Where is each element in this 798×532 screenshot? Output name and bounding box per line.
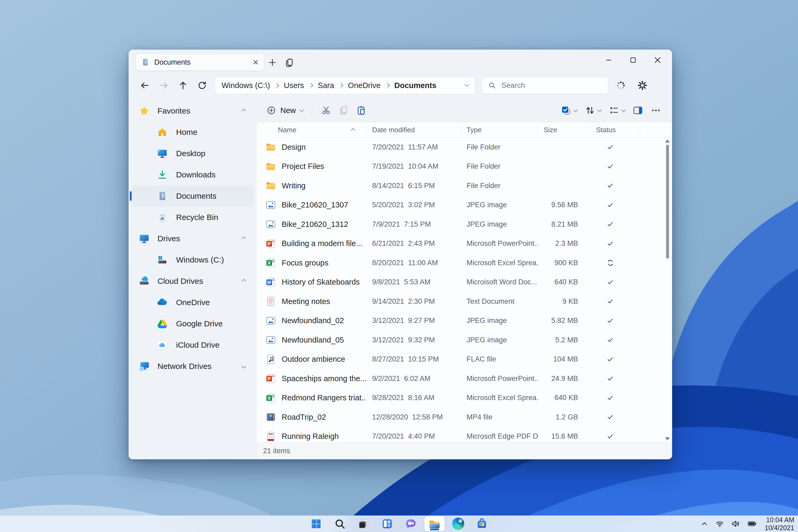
column-header-status[interactable]: Status [590,122,640,137]
scrollbar-down-arrow[interactable] [665,437,670,440]
forward-button[interactable] [154,77,173,94]
details-pane-button[interactable] [629,105,647,116]
up-button[interactable] [173,77,193,94]
file-row[interactable]: Outdoor ambience8/27/2021 10:15 PMFLAC f… [257,350,672,369]
minimize-button[interactable] [596,51,621,69]
chevron-down-icon[interactable] [242,364,246,369]
battery-icon[interactable] [747,519,757,529]
more-options-button[interactable] [647,105,665,116]
refresh-button[interactable] [193,77,212,94]
column-header-type[interactable]: Type [461,122,538,137]
breadcrumb-segment[interactable]: Windows (C:\) [222,81,270,90]
column-header-date-modified[interactable]: Date modified [366,122,461,137]
file-row[interactable]: Project Files7/19/2021 10:04 AMFile Fold… [257,157,672,176]
search-input[interactable] [501,81,602,90]
file-row[interactable]: Design7/20/2021 11:57 AMFile Folder [257,137,672,157]
sidebar-item-documents[interactable]: Documents [132,185,253,207]
file-row[interactable]: PSpaceships among the...9/2/2021 6:02 AM… [257,369,672,388]
sort-button[interactable] [581,105,605,116]
breadcrumb-segment[interactable]: Sara [318,81,334,90]
sidebar-item-label: Desktop [176,149,205,158]
column-header-size[interactable]: Size [538,122,590,137]
file-size: 900 KB [538,259,590,267]
select-all-button[interactable] [557,105,581,116]
chevron-up-icon[interactable] [242,236,246,241]
file-row[interactable]: Meeting notes9/14/2021 2:30 PMText Docum… [257,292,672,311]
chevron-up-icon[interactable] [242,279,246,284]
sidebar-item-icloud-drive[interactable]: iCloud Drive [132,334,253,356]
breadcrumb-segment[interactable]: OneDrive [348,81,381,90]
tab-list-icon[interactable] [281,55,298,71]
tab-close-icon[interactable] [252,58,260,66]
explorer-tab[interactable]: Documents [136,54,264,71]
view-button[interactable] [605,105,629,116]
sidebar-section-favorites[interactable]: Favorites [132,100,253,121]
sidebar-item-home[interactable]: Home [132,121,253,143]
column-header-name[interactable]: Name [257,122,366,137]
sidebar-item-label: Documents [176,191,216,201]
file-type: JPEG image [461,201,538,209]
taskbar-file-explorer-button[interactable] [424,516,445,531]
scrollbar-thumb[interactable] [666,145,669,259]
sidebar-item-onedrive[interactable]: OneDrive [132,292,253,313]
navigation-sidebar: FavoritesHomeDesktopDownloadsDocumentsRe… [129,99,256,459]
taskbar-chat-button[interactable] [401,516,421,531]
sidebar-section-drives[interactable]: Drives [132,228,253,249]
file-row[interactable]: XFocus groups8/20/2021 11:00 AMMicrosoft… [257,253,672,273]
cut-button[interactable] [317,103,335,118]
file-row[interactable]: XRedmond Rangers triat...9/28/2021 8:16 … [257,388,672,408]
file-row[interactable]: Newfoundland_053/12/2021 9:32 PMJPEG ima… [257,330,672,350]
settings-gear-icon[interactable] [637,80,647,91]
scrollbar-up-arrow[interactable] [665,139,670,142]
paste-button[interactable] [353,103,370,118]
vertical-scrollbar[interactable] [664,139,670,440]
sidebar-item-google-drive[interactable]: Google Drive [132,313,253,334]
wifi-icon[interactable] [715,519,724,528]
taskbar-widgets-button[interactable] [377,516,397,531]
file-row[interactable]: Newfoundland_023/12/2021 9:27 PMJPEG ima… [257,311,672,331]
file-row[interactable]: RoadTrip_0212/28/2020 12:58 PMMP4 file1.… [257,407,672,427]
sync-progress-icon[interactable] [616,81,626,90]
back-button[interactable] [135,77,154,94]
new-tab-button[interactable] [264,55,281,71]
search-box[interactable] [482,77,608,94]
copy-button[interactable] [335,103,353,118]
desktop-icon [156,148,168,159]
file-row[interactable]: PBuilding a modern file...6/21/2021 2:43… [257,234,672,253]
sidebar-item-windows-c-[interactable]: Windows (C:) [132,249,253,270]
maximize-button[interactable] [621,51,645,69]
taskbar-edge-button[interactable] [448,516,469,531]
chat-icon [405,518,417,530]
taskbar-start-button[interactable] [306,516,326,531]
hidden-icons-chevron-icon[interactable] [700,520,708,528]
taskbar-search-button[interactable] [330,516,350,531]
close-button[interactable] [645,51,670,69]
taskbar-store-button[interactable] [472,516,492,531]
chevron-up-icon[interactable] [242,109,246,113]
file-name: Newfoundland_05 [282,336,344,344]
sidebar-item-label: iCloud Drive [176,341,220,349]
volume-icon[interactable] [731,519,740,528]
taskbar-task-view-button[interactable] [354,516,374,531]
breadcrumb-dropdown-icon[interactable] [465,82,469,87]
sidebar-item-downloads[interactable]: Downloads [132,164,253,185]
sidebar-item-desktop[interactable]: Desktop [132,143,253,164]
file-row[interactable]: WHistory of Skateboards9/8/2021 5:53 AMM… [257,273,672,292]
file-size: 8.21 MB [538,220,590,228]
file-row[interactable]: Bike_210620_13075/20/2021 3:02 PMJPEG im… [257,195,672,215]
sidebar-section-cloud-drives[interactable]: Cloud Drives [132,270,253,292]
file-type: File Folder [461,162,538,171]
file-row[interactable]: Running Raleigh7/20/2021 4:40 PMMicrosof… [257,427,672,443]
breadcrumb-segment[interactable]: Users [284,81,304,90]
new-button[interactable]: New [263,106,306,115]
sidebar-item-recycle-bin[interactable]: Recycle Bin [132,207,253,228]
breadcrumb-segment[interactable]: Documents [395,81,437,90]
taskbar-clock[interactable]: 10:04 AM 10/4/2021 [765,516,794,532]
sidebar-section-network-drives[interactable]: Network Drives [132,356,253,377]
title-bar[interactable]: Documents [129,50,672,72]
file-row[interactable]: Writing8/14/2021 6:15 PMFile Folder [257,176,672,195]
breadcrumb[interactable]: Windows (C:\)UsersSaraOneDriveDocuments [215,77,475,94]
sidebar-item-label: OneDrive [176,298,210,307]
file-row[interactable]: Bike_210620_13127/9/2021 7:15 PMJPEG ima… [257,215,672,234]
column-headers: Name Date modified Type Size Status [257,122,672,137]
